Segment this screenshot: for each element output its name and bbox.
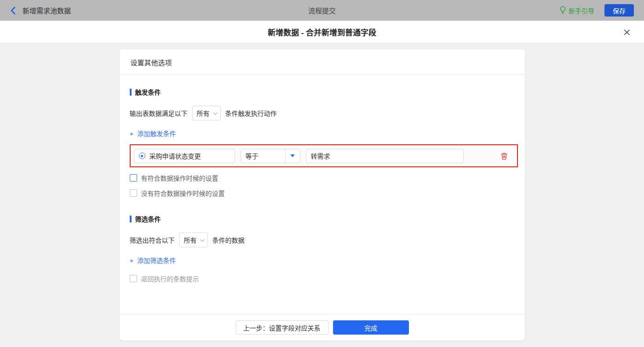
filter-sentence-prefix: 筛选出符合以下: [130, 235, 175, 245]
checkbox-icon[interactable]: [130, 174, 137, 182]
plus-icon: +: [130, 257, 134, 264]
radio-field-icon: [139, 153, 145, 159]
lightbulb-icon: [559, 6, 566, 15]
checkbox-no-match-setting[interactable]: 没有符合数据操作时候的设置: [130, 188, 514, 198]
filter-section: 筛选条件 筛选出符合以下 所有 条件的数据 + 添加筛选条件 返回执行: [130, 214, 514, 283]
trigger-section-title: 触发条件: [130, 87, 514, 97]
add-trigger-condition-link[interactable]: + 添加触发条件: [130, 129, 176, 138]
chevron-down-icon: [200, 237, 204, 242]
done-button[interactable]: 完成: [333, 320, 409, 335]
dropdown-arrow-zone[interactable]: [285, 149, 300, 163]
trigger-match-select-value: 所有: [197, 108, 210, 118]
back-chevron-icon[interactable]: [10, 6, 16, 15]
add-filter-condition-label: 添加筛选条件: [137, 256, 176, 265]
add-filter-condition-link[interactable]: + 添加筛选条件: [130, 256, 176, 265]
section-accent-bar: [130, 216, 132, 222]
checkbox-no-match-label: 没有符合数据操作时候的设置: [141, 188, 225, 198]
checkbox-icon[interactable]: [130, 189, 137, 197]
plus-icon: +: [130, 130, 134, 137]
filter-section-label: 筛选条件: [135, 214, 161, 223]
topbar-title: 流程提交: [0, 6, 644, 15]
filter-match-sentence: 筛选出符合以下 所有 条件的数据: [130, 233, 514, 247]
checkbox-return-count-label: 返回执行的条数提示: [141, 274, 199, 283]
trigger-match-sentence: 输出表数据满足以下 所有 条件触发执行动作: [130, 106, 514, 120]
topbar-actions: 新手引导 保存: [559, 4, 634, 17]
trigger-section: 触发条件 输出表数据满足以下 所有 条件触发执行动作 + 添加触发条件: [130, 87, 514, 198]
guide-label: 新手引导: [569, 6, 594, 15]
triangle-down-icon: [290, 154, 295, 157]
trigger-sentence-suffix: 条件触发执行动作: [225, 108, 277, 118]
previous-step-button[interactable]: 上一步：设置字段对应关系: [236, 320, 328, 335]
filter-sentence-suffix: 条件的数据: [213, 235, 245, 245]
condition-field-value: 采购申请状态变更: [150, 151, 201, 160]
trigger-condition-row-highlighted: 采购申请状态变更 等于: [130, 144, 518, 167]
condition-field-select[interactable]: 采购申请状态变更: [134, 149, 235, 163]
trigger-section-label: 触发条件: [135, 87, 161, 97]
checkbox-has-match-setting[interactable]: 有符合数据操作时候的设置: [130, 173, 514, 182]
filter-section-title: 筛选条件: [130, 214, 514, 223]
filter-match-select[interactable]: 所有: [179, 233, 208, 247]
checkbox-return-count[interactable]: 返回执行的条数提示: [130, 274, 514, 283]
back-nav[interactable]: 新增需求池数据: [10, 6, 71, 15]
card-title: 设置其他选项: [120, 49, 525, 74]
condition-operator-value: 等于: [241, 151, 285, 160]
condition-value-input[interactable]: [306, 149, 464, 163]
topbar: 新增需求池数据 流程提交 新手引导 保存: [0, 0, 644, 21]
save-button[interactable]: 保存: [604, 4, 634, 17]
add-trigger-condition-label: 添加触发条件: [137, 129, 176, 138]
card-footer: 上一步：设置字段对应关系 完成: [120, 314, 525, 341]
dialog-body: 设置其他选项 触发条件 输出表数据满足以下 所有 条件触发执行动作: [0, 44, 644, 347]
options-card: 设置其他选项 触发条件 输出表数据满足以下 所有 条件触发执行动作: [120, 49, 525, 341]
close-icon[interactable]: ×: [623, 27, 631, 37]
section-accent-bar: [130, 89, 132, 96]
checkbox-icon[interactable]: [130, 275, 137, 282]
card-body: 触发条件 输出表数据满足以下 所有 条件触发执行动作 + 添加触发条件: [120, 74, 525, 314]
chevron-down-icon: [213, 110, 217, 115]
filter-match-select-value: 所有: [184, 235, 197, 245]
checkbox-has-match-label: 有符合数据操作时候的设置: [141, 173, 218, 182]
trigger-sentence-prefix: 输出表数据满足以下: [130, 108, 188, 118]
back-label: 新增需求池数据: [23, 6, 71, 15]
delete-condition-button[interactable]: [500, 152, 508, 160]
dialog-header: 新增数据 - 合并新增到普通字段 ×: [0, 21, 644, 44]
dialog-title: 新增数据 - 合并新增到普通字段: [268, 26, 376, 38]
condition-operator-select[interactable]: 等于: [241, 149, 300, 163]
guide-link[interactable]: 新手引导: [559, 6, 594, 15]
trigger-match-select[interactable]: 所有: [192, 106, 221, 120]
